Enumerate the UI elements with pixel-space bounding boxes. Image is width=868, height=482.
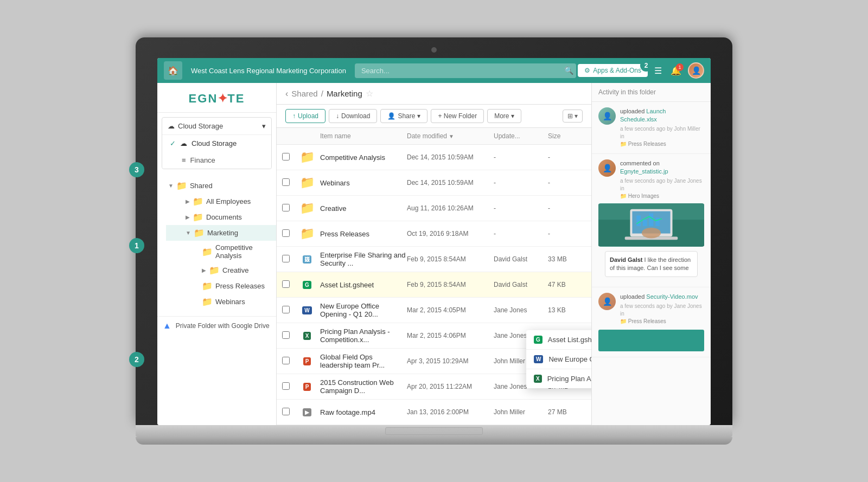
file-name: Pricing Plan Analysis - Competition.x...	[320, 327, 407, 344]
table-row[interactable]: 🖼 Enterprise File Sharing and Security .…	[277, 247, 591, 272]
apps-addons-button[interactable]: ⚙ Apps & Add-Ons	[578, 64, 648, 77]
row-checkbox[interactable]	[282, 280, 290, 288]
file-date: Dec 14, 2015 10:59AM	[407, 179, 494, 187]
storage-dropdown-header[interactable]: ☁ Cloud Storage ▾	[162, 118, 271, 134]
breadcrumb-current: Marketing	[327, 89, 362, 98]
row-checkbox[interactable]	[282, 255, 290, 262]
row-checkbox[interactable]	[282, 153, 290, 160]
more-button[interactable]: More ▾	[487, 109, 521, 123]
row-checkbox[interactable]	[282, 306, 290, 313]
word-icon: W	[534, 355, 543, 363]
dropdown-item-gsheet[interactable]: G Asset List.gsheet	[526, 330, 591, 350]
activity-comment-box: David Galst I like the direction of this…	[605, 251, 698, 278]
file-type-icon: 📁	[298, 225, 316, 242]
content-area: ‹ Shared / Marketing ☆ ↑ Upload	[277, 83, 591, 425]
tree-item-competitive[interactable]: 📁 Competitive Analysis	[175, 241, 276, 262]
file-updater: Jane Jones	[494, 306, 548, 314]
dropdown-item-xlsx[interactable]: X Pricing Plan Analysis - Competition.x.…	[526, 369, 591, 388]
file-name: Webinars	[320, 179, 407, 187]
download-icon: ↓	[336, 112, 339, 120]
topnav: 🏠 West Coast Lens Regional Marketing Cor…	[157, 58, 711, 83]
file-type-icon: 📁	[298, 149, 316, 166]
storage-dropdown[interactable]: ☁ Cloud Storage ▾ ✓ ☁ Cloud Storage	[162, 117, 272, 169]
share-button[interactable]: 👤 Share ▾	[380, 109, 427, 123]
tree-item-press[interactable]: 📁 Press Releases	[175, 278, 276, 294]
tree-item-creative[interactable]: ▶ 📁 Creative	[175, 262, 276, 278]
favorite-star[interactable]: ☆	[366, 88, 373, 99]
file-type-icon: 🖼	[298, 250, 316, 268]
list-icon: ≡	[182, 156, 186, 164]
menu-button[interactable]: ☰	[652, 63, 664, 78]
storage-option-finance[interactable]: ≡ Finance	[162, 152, 271, 169]
file-type-icon: 📁	[298, 174, 316, 191]
table-row[interactable]: W New Europe Office Opening - Q1 20... M…	[277, 298, 591, 323]
activity-link-2[interactable]: Egnyte_statistic.jp	[620, 168, 668, 175]
row-checkbox[interactable]	[282, 357, 290, 364]
search-input[interactable]	[355, 63, 576, 78]
svg-rect-6	[636, 215, 641, 226]
notification-button[interactable]: 🔔 1	[668, 63, 684, 78]
row-checkbox[interactable]	[282, 408, 290, 415]
google-drive-icon: ▲	[163, 321, 171, 331]
file-date: Oct 19, 2016 9:18AM	[407, 230, 494, 237]
activity-avatar-2: 👤	[598, 159, 616, 177]
breadcrumb-bar: ‹ Shared / Marketing ☆	[277, 83, 591, 105]
back-button[interactable]: ‹	[285, 89, 288, 99]
tree-item-documents[interactable]: ▶ 📁 Documents	[166, 209, 276, 225]
tree-item-all-employees[interactable]: ▶ 📁 All Employees	[166, 194, 276, 209]
breadcrumb-separator: /	[321, 89, 323, 98]
row-checkbox[interactable]	[282, 229, 290, 237]
svg-rect-8	[649, 213, 654, 226]
new-folder-button[interactable]: + New Folder	[431, 109, 484, 123]
storage-option-cloud[interactable]: ✓ ☁ Cloud Storage	[162, 135, 271, 152]
file-type-icon: G	[298, 276, 316, 293]
row-checkbox[interactable]	[282, 178, 290, 186]
file-type-icon: ▶	[298, 403, 316, 421]
private-folder-item[interactable]: ▲ Private Folder with Google Drive	[157, 316, 276, 335]
file-name: 2015 Construction Web Campaign D...	[320, 378, 407, 395]
activity-item-2: 👤 commented on Egnyte_statistic.jp a few…	[592, 154, 711, 288]
table-row[interactable]: 📁 Creative Aug 11, 2016 10:26AM - -	[277, 196, 591, 221]
row-checkbox[interactable]	[282, 382, 290, 390]
row-checkbox[interactable]	[282, 204, 290, 211]
activity-link-3[interactable]: Security-Video.mov	[646, 293, 698, 300]
file-name: Asset List.gsheet	[320, 281, 407, 289]
table-row[interactable]: G Asset List.gsheet Feb 9, 2015 8:54AM D…	[277, 272, 591, 298]
apps-icon: ⚙	[584, 67, 590, 74]
laptop-base	[136, 437, 732, 445]
activity-preview-image	[598, 203, 704, 247]
share-chevron: ▾	[417, 112, 420, 120]
download-button[interactable]: ↓ Download	[329, 109, 377, 123]
tree-item-shared[interactable]: ▼ 📁 Shared	[157, 178, 276, 194]
table-row[interactable]: 📁 Competitive Analysis Dec 14, 2015 10:5…	[277, 145, 591, 170]
file-name: Creative	[320, 204, 407, 213]
table-row[interactable]: ▶ Raw footage.mp4 Jan 13, 2016 2:00PM Jo…	[277, 400, 591, 425]
table-row[interactable]: 📁 Webinars Dec 14, 2015 10:59AM - -	[277, 170, 591, 196]
share-icon: 👤	[387, 112, 395, 120]
user-avatar[interactable]: 👤	[688, 62, 704, 79]
file-updater: -	[494, 153, 548, 161]
file-size: 47 KB	[548, 281, 586, 288]
file-updater: John Miller	[494, 408, 548, 416]
breadcrumb-parent[interactable]: Shared	[291, 89, 317, 98]
activity-header: Activity in this folder	[592, 83, 711, 102]
view-toggle[interactable]: ⊞ ▾	[563, 110, 583, 123]
file-size: 13 KB	[548, 306, 586, 314]
logo-text: EGN	[189, 92, 218, 106]
file-date: Dec 14, 2015 10:59AM	[407, 153, 494, 161]
tree-item-marketing[interactable]: ▼ 📁 Marketing	[166, 225, 276, 241]
activity-text-1: uploaded Launch Schedule.xlsx a few seco…	[620, 107, 704, 148]
table-row[interactable]: 📁 Press Releases Oct 19, 2016 9:18AM - -	[277, 221, 591, 247]
activity-folder-1: 📁 Press Releases	[620, 140, 704, 148]
upload-button[interactable]: ↑ Upload	[285, 109, 326, 123]
comment-author: David Galst	[610, 256, 643, 263]
dropdown-item-word[interactable]: W New Europe Office Opening - Q1 20...	[526, 350, 591, 369]
col-item-name[interactable]: Item name	[320, 132, 407, 140]
tree-item-webinars[interactable]: 📁 Webinars	[175, 294, 276, 310]
file-name: Raw footage.mp4	[320, 408, 407, 416]
check-mark: ✓	[170, 139, 176, 147]
home-button[interactable]: 🏠	[164, 61, 182, 80]
col-date-modified[interactable]: Date modified ▼	[407, 132, 494, 140]
activity-folder-3: 📁 Press Releases	[620, 318, 704, 325]
row-checkbox[interactable]	[282, 331, 290, 339]
